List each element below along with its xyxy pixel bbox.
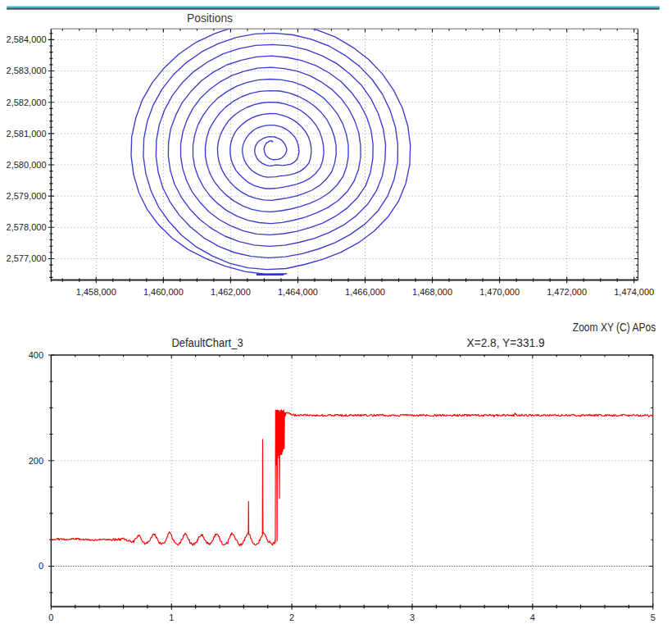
svg-text:Positions: Positions: [187, 11, 233, 25]
svg-text:2,577,000: 2,577,000: [7, 253, 47, 263]
svg-text:1,468,000: 1,468,000: [412, 287, 452, 297]
svg-text:2,584,000: 2,584,000: [7, 34, 47, 44]
svg-text:1: 1: [169, 613, 174, 622]
svg-text:2,578,000: 2,578,000: [7, 222, 47, 232]
svg-text:2,582,000: 2,582,000: [7, 98, 47, 107]
svg-text:1,466,000: 1,466,000: [345, 287, 385, 297]
svg-text:4: 4: [530, 613, 535, 622]
svg-text:1,474,000: 1,474,000: [614, 287, 654, 297]
svg-text:2,581,000: 2,581,000: [7, 129, 47, 139]
svg-text:2,579,000: 2,579,000: [7, 191, 47, 201]
svg-text:1,460,000: 1,460,000: [143, 287, 184, 297]
svg-text:3: 3: [410, 613, 415, 622]
svg-text:1,458,000: 1,458,000: [76, 287, 116, 297]
svg-text:DefaultChart_3: DefaultChart_3: [171, 336, 243, 349]
svg-text:1,464,000: 1,464,000: [278, 287, 318, 297]
svg-text:1,470,000: 1,470,000: [479, 287, 520, 297]
svg-text:0: 0: [39, 561, 43, 571]
svg-text:2,583,000: 2,583,000: [7, 66, 47, 75]
svg-text:1,472,000: 1,472,000: [547, 287, 587, 297]
svg-text:400: 400: [29, 350, 43, 360]
svg-text:Zoom XY (C) APos: Zoom XY (C) APos: [573, 321, 656, 334]
svg-text:1,462,000: 1,462,000: [211, 287, 251, 297]
svg-text:200: 200: [29, 456, 43, 466]
svg-text:2: 2: [289, 613, 294, 622]
svg-text:2,580,000: 2,580,000: [7, 160, 47, 170]
svg-text:5: 5: [651, 613, 656, 622]
svg-text:X=2.8, Y=331.9: X=2.8, Y=331.9: [467, 336, 545, 349]
svg-text:0: 0: [48, 613, 53, 622]
